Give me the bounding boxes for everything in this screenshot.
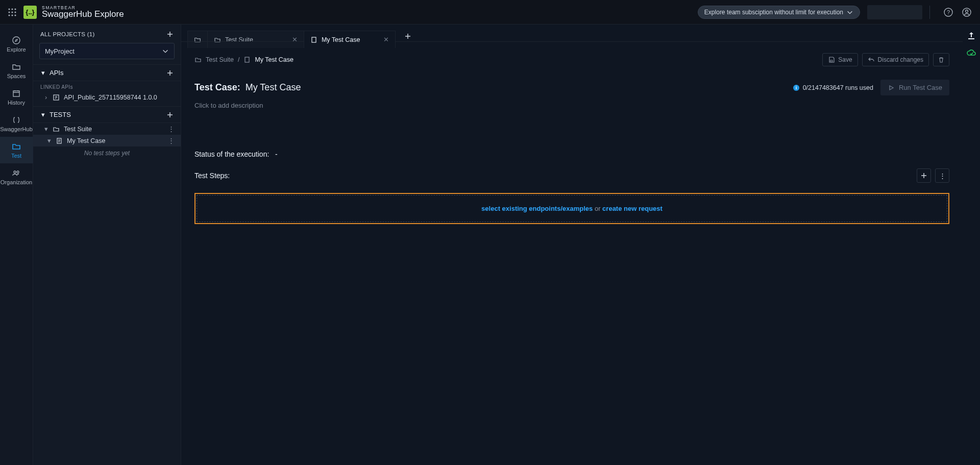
title-prefix: Test Case: bbox=[194, 82, 240, 93]
rail-organization-label: Organization bbox=[1, 179, 32, 185]
select-endpoints-link[interactable]: select existing endpoints/examples bbox=[481, 205, 593, 212]
test-suite-name: Test Suite bbox=[64, 126, 92, 133]
side-panel: ALL PROJECTS (1) MyProject ▾APIs LINKED … bbox=[33, 25, 181, 465]
title-name[interactable]: My Test Case bbox=[246, 82, 301, 93]
rail-history-label: History bbox=[8, 100, 25, 106]
chevron-right-icon: › bbox=[43, 94, 48, 101]
rail-test[interactable]: Test bbox=[0, 137, 33, 163]
description-placeholder[interactable]: Click to add description bbox=[194, 102, 949, 109]
tab-my-test-case[interactable]: My Test Case ✕ bbox=[304, 31, 396, 48]
trash-icon bbox=[938, 56, 945, 63]
svg-rect-21 bbox=[830, 60, 832, 62]
brand-big: SwaggerHub Explore bbox=[42, 9, 124, 19]
apis-section-header[interactable]: ▾APIs bbox=[33, 64, 181, 81]
nav-rail: Explore Spaces History SwaggerHub Test O… bbox=[0, 25, 33, 465]
breadcrumb-sep: / bbox=[238, 56, 239, 63]
more-icon[interactable]: ⋮ bbox=[168, 125, 175, 133]
undo-icon bbox=[868, 56, 875, 63]
svg-rect-24 bbox=[968, 38, 974, 39]
chevron-down-icon: ▾ bbox=[40, 69, 45, 77]
folder-icon bbox=[12, 62, 21, 71]
discard-label: Discard changes bbox=[878, 56, 923, 63]
svg-point-3 bbox=[8, 11, 10, 13]
rail-spaces[interactable]: Spaces bbox=[0, 57, 33, 84]
create-new-request-link[interactable]: create new request bbox=[602, 205, 663, 212]
app-launcher-icon[interactable] bbox=[4, 4, 20, 20]
folder-open-icon bbox=[12, 142, 21, 151]
rail-spaces-label: Spaces bbox=[7, 73, 26, 79]
rail-swaggerhub[interactable]: SwaggerHub bbox=[0, 110, 33, 137]
empty-steps-note: No test steps yet bbox=[33, 146, 181, 160]
upload-icon[interactable] bbox=[966, 31, 976, 41]
chevron-down-icon bbox=[846, 9, 853, 16]
more-icon[interactable]: ⋮ bbox=[168, 137, 175, 144]
topbar: {..} SMARTBEAR SwaggerHub Explore Explor… bbox=[0, 0, 980, 25]
rail-organization[interactable]: Organization bbox=[0, 163, 33, 190]
cloud-check-icon[interactable] bbox=[966, 48, 976, 58]
test-case-row[interactable]: ▾ My Test Case ⋮ bbox=[33, 135, 181, 146]
document-icon bbox=[243, 56, 251, 63]
folder-icon bbox=[53, 126, 60, 133]
chevron-down-icon: ▾ bbox=[43, 125, 48, 133]
add-test-icon[interactable] bbox=[166, 111, 174, 118]
api-spec-icon bbox=[53, 94, 60, 101]
linked-api-row[interactable]: › API_Public_257115958744 1.0.0 bbox=[33, 92, 181, 103]
run-test-case-button[interactable]: Run Test Case bbox=[880, 80, 949, 95]
rail-explore[interactable]: Explore bbox=[0, 31, 33, 57]
svg-rect-19 bbox=[312, 37, 316, 42]
new-tab-button[interactable] bbox=[399, 31, 416, 42]
svg-text:i: i bbox=[795, 85, 797, 90]
svg-point-0 bbox=[8, 8, 10, 10]
svg-point-15 bbox=[14, 171, 16, 173]
brand-logo-icon: {..} bbox=[23, 6, 37, 19]
linked-api-name: API_Public_257115958744 1.0.0 bbox=[64, 94, 157, 101]
test-suite-row[interactable]: ▾ Test Suite ⋮ bbox=[33, 123, 181, 135]
drop-area-highlight: select existing endpoints/examples or cr… bbox=[194, 193, 949, 224]
document-icon bbox=[56, 137, 63, 144]
svg-point-8 bbox=[14, 14, 16, 16]
add-project-icon[interactable] bbox=[166, 31, 174, 38]
svg-point-16 bbox=[17, 171, 19, 173]
close-icon[interactable]: ✕ bbox=[383, 36, 389, 43]
breadcrumb-current: My Test Case bbox=[255, 56, 293, 63]
apis-label: APIs bbox=[50, 69, 63, 77]
runs-used-text: 0/2147483647 runs used bbox=[803, 84, 873, 91]
svg-point-1 bbox=[11, 8, 13, 10]
add-step-button[interactable] bbox=[917, 168, 931, 183]
svg-point-6 bbox=[8, 14, 10, 16]
braces-icon bbox=[12, 115, 21, 125]
save-button[interactable]: Save bbox=[822, 53, 857, 66]
step-more-button[interactable]: ⋮ bbox=[935, 168, 949, 183]
folder-icon bbox=[194, 56, 202, 63]
tabstrip: Test Suite ✕ My Test Case ✕ bbox=[181, 25, 963, 42]
delete-button[interactable] bbox=[933, 53, 949, 66]
svg-point-7 bbox=[11, 14, 13, 16]
tests-label: TESTS bbox=[50, 111, 71, 118]
save-label: Save bbox=[838, 56, 852, 63]
info-icon[interactable]: i bbox=[793, 84, 800, 91]
chevron-down-icon bbox=[162, 47, 169, 55]
help-icon[interactable]: ? bbox=[941, 5, 955, 19]
run-button-label: Run Test Case bbox=[899, 84, 942, 91]
people-icon bbox=[12, 168, 21, 178]
add-api-icon[interactable] bbox=[166, 69, 174, 77]
svg-rect-14 bbox=[13, 91, 19, 96]
linked-apis-group-label: LINKED APIs bbox=[33, 81, 181, 92]
breadcrumb-parent[interactable]: Test Suite bbox=[206, 56, 234, 63]
rail-history[interactable]: History bbox=[0, 84, 33, 110]
svg-rect-20 bbox=[245, 57, 249, 62]
svg-point-4 bbox=[11, 11, 13, 13]
status-value: - bbox=[275, 150, 278, 158]
user-block-placeholder[interactable] bbox=[867, 5, 922, 19]
calendar-icon bbox=[12, 89, 21, 98]
discard-button[interactable]: Discard changes bbox=[862, 53, 929, 66]
tests-section-header[interactable]: ▾TESTS bbox=[33, 106, 181, 123]
project-select[interactable]: MyProject bbox=[39, 43, 175, 59]
rail-test-label: Test bbox=[11, 153, 21, 159]
save-icon bbox=[828, 56, 835, 63]
compass-icon bbox=[12, 36, 21, 45]
drop-area[interactable]: select existing endpoints/examples or cr… bbox=[197, 195, 947, 222]
subscription-pill[interactable]: Explore team subsciption without limit f… bbox=[698, 6, 860, 19]
account-icon[interactable] bbox=[960, 5, 974, 19]
drop-middle: or bbox=[593, 205, 602, 212]
